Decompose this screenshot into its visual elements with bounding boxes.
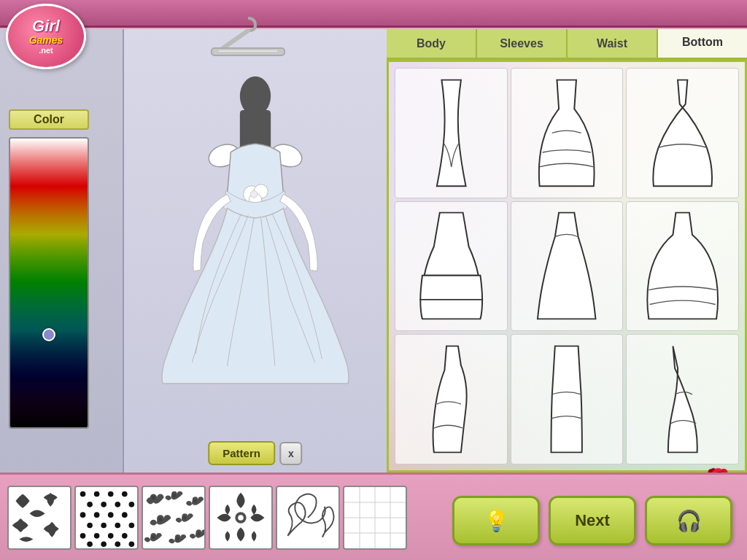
svg-point-28 (122, 512, 128, 518)
svg-point-43 (173, 494, 177, 497)
bottom-buttons: 💡 Next 🎧 (452, 496, 732, 545)
dress-option-7[interactable] (395, 334, 508, 464)
pattern-swatches (7, 486, 407, 550)
dress-option-5[interactable] (511, 201, 624, 332)
dress-option-9[interactable] (626, 334, 739, 464)
svg-point-44 (193, 499, 197, 502)
svg-point-37 (87, 541, 93, 547)
svg-point-12 (18, 522, 23, 528)
swatch-6[interactable] (343, 486, 407, 550)
svg-point-14 (35, 511, 39, 516)
hanger (190, 15, 306, 58)
svg-point-30 (101, 522, 107, 528)
tab-body[interactable]: Body (387, 29, 477, 58)
swatch-2[interactable] (74, 486, 139, 550)
svg-point-22 (101, 502, 107, 508)
swatch-5[interactable] (276, 486, 340, 550)
tabs-bar: Body Sleeves Waist Bottom (387, 29, 747, 60)
svg-point-19 (108, 491, 114, 497)
dress-option-4[interactable] (395, 201, 508, 332)
color-label: Color (9, 109, 89, 130)
dress-option-8[interactable] (511, 334, 624, 464)
header-bar (0, 0, 747, 28)
logo-girl-text: Girl (32, 18, 60, 34)
color-selector-handle[interactable] (42, 328, 55, 341)
svg-point-21 (87, 502, 93, 508)
dress-options-grid (387, 60, 747, 472)
mannequin-display (146, 44, 365, 429)
svg-point-38 (101, 541, 107, 547)
svg-point-42 (151, 495, 155, 499)
svg-point-23 (115, 502, 120, 508)
svg-point-18 (94, 491, 100, 497)
logo: Girl Games .net (6, 4, 86, 69)
mannequin-area: Pattern x (124, 29, 387, 472)
svg-point-26 (94, 512, 100, 518)
lightbulb-button[interactable]: 💡 (452, 496, 540, 545)
color-panel: Color (0, 29, 124, 472)
dress-option-3[interactable] (626, 68, 739, 198)
svg-point-31 (115, 522, 120, 528)
headphone-button[interactable]: 🎧 (645, 496, 732, 545)
svg-point-25 (80, 512, 86, 518)
tab-bottom[interactable]: Bottom (658, 29, 747, 58)
svg-point-35 (108, 533, 114, 539)
svg-point-34 (94, 533, 100, 539)
svg-point-46 (183, 516, 187, 519)
svg-rect-9 (9, 487, 70, 548)
dress-option-1[interactable] (395, 68, 508, 198)
pattern-controls: Pattern x (208, 441, 302, 465)
lightbulb-icon: 💡 (484, 509, 509, 533)
svg-point-39 (115, 541, 120, 547)
svg-point-17 (80, 491, 86, 497)
svg-point-15 (24, 537, 28, 541)
dress-option-2[interactable] (511, 68, 624, 198)
svg-point-29 (87, 522, 93, 528)
pattern-button[interactable]: Pattern (208, 441, 275, 465)
svg-point-47 (152, 535, 155, 539)
svg-point-13 (50, 526, 55, 531)
svg-point-32 (129, 522, 135, 528)
dress-mannequin (153, 54, 357, 419)
tab-waist[interactable]: Waist (568, 29, 658, 58)
svg-rect-16 (76, 487, 137, 548)
logo-games-text: Games (29, 34, 63, 46)
dress-option-6[interactable] (626, 201, 739, 332)
svg-point-49 (197, 532, 201, 535)
svg-point-36 (122, 533, 128, 539)
pattern-clear-button[interactable]: x (279, 442, 303, 465)
svg-point-11 (48, 495, 53, 499)
svg-point-20 (122, 491, 128, 497)
svg-point-52 (238, 515, 244, 521)
logo-net-text: .net (39, 46, 53, 55)
color-picker[interactable] (9, 137, 89, 429)
svg-point-45 (158, 518, 163, 522)
svg-point-27 (108, 512, 114, 518)
svg-point-1 (240, 77, 271, 116)
svg-point-48 (176, 537, 179, 540)
svg-point-40 (129, 541, 135, 547)
next-button[interactable]: Next (549, 496, 636, 545)
svg-point-10 (20, 498, 26, 504)
swatch-1[interactable] (7, 486, 71, 550)
swatch-3[interactable] (142, 486, 206, 550)
svg-point-33 (80, 533, 86, 539)
swatch-4[interactable] (209, 486, 273, 550)
tab-sleeves[interactable]: Sleeves (477, 29, 568, 58)
right-panel: Body Sleeves Waist Bottom (387, 29, 747, 472)
svg-point-24 (129, 502, 135, 508)
bottom-bar: 💡 Next 🎧 (0, 472, 747, 560)
headphone-icon: 🎧 (676, 509, 702, 533)
svg-point-8 (250, 191, 258, 198)
